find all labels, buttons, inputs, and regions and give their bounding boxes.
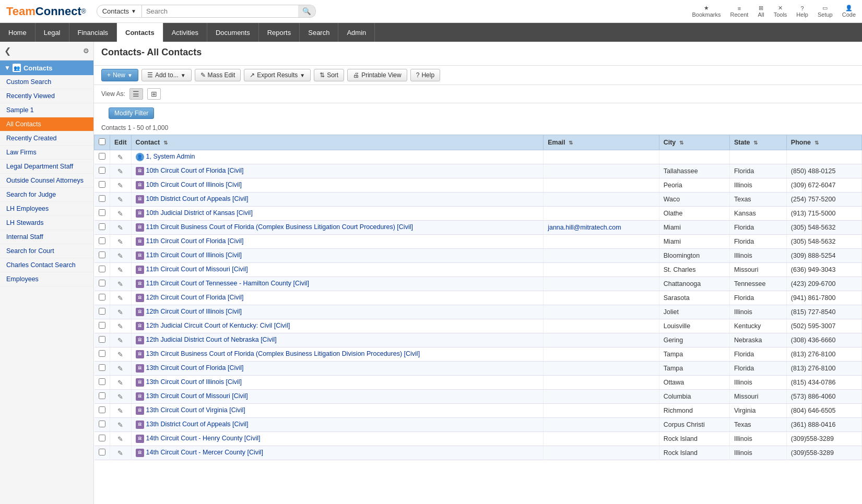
- contact-name-link[interactable]: 12th Circuit Court of Illinois [Civil]: [146, 308, 242, 315]
- contact-name-link[interactable]: 13th Circuit Court of Virginia [Civil]: [146, 406, 245, 414]
- edit-pencil-icon[interactable]: ✎: [117, 196, 123, 203]
- row-checkbox[interactable]: [99, 392, 105, 399]
- edit-pencil-icon[interactable]: ✎: [117, 379, 123, 387]
- row-checkbox[interactable]: [99, 308, 105, 315]
- contact-name-link[interactable]: 14th Circuit Court - Mercer County [Civi…: [146, 449, 263, 456]
- contact-name-link[interactable]: 13th Circuit Court of Missouri [Civil]: [146, 392, 248, 400]
- edit-pencil-icon[interactable]: ✎: [117, 210, 123, 218]
- nav-financials[interactable]: Financials: [69, 23, 117, 42]
- sidebar-item-legal-dept-staff[interactable]: Legal Department Staff: [0, 160, 93, 174]
- row-checkbox[interactable]: [99, 251, 105, 258]
- row-checkbox[interactable]: [99, 266, 105, 272]
- sidebar-item-law-firms[interactable]: Law Firms: [0, 146, 93, 160]
- edit-pencil-icon[interactable]: ✎: [117, 294, 123, 302]
- row-checkbox[interactable]: [99, 435, 105, 441]
- row-checkbox[interactable]: [99, 336, 105, 343]
- row-checkbox[interactable]: [99, 167, 105, 174]
- nav-search[interactable]: Search: [300, 23, 338, 42]
- contact-column-header[interactable]: Contact ⇅: [131, 135, 544, 150]
- recent-icon-item[interactable]: ≡ Recent: [730, 5, 749, 18]
- edit-pencil-icon[interactable]: ✎: [117, 351, 123, 358]
- contact-name-link[interactable]: 14th Circuit Court - Henry County [Civil…: [146, 435, 261, 442]
- nav-home[interactable]: Home: [0, 23, 36, 42]
- sidebar-collapse-button[interactable]: ❮: [4, 46, 11, 56]
- sort-button[interactable]: ⇅ Sort: [314, 69, 344, 81]
- contact-name-link[interactable]: 13th Circuit Court of Florida [Civil]: [146, 364, 244, 371]
- sidebar-item-all-contacts[interactable]: All Contacts: [0, 117, 93, 131]
- nav-reports[interactable]: Reports: [259, 23, 300, 42]
- row-checkbox[interactable]: [99, 378, 105, 385]
- row-checkbox[interactable]: [99, 322, 105, 329]
- sidebar-item-search-for-judge[interactable]: Search for Judge: [0, 188, 93, 202]
- edit-pencil-icon[interactable]: ✎: [117, 280, 123, 288]
- contact-name-link[interactable]: 11th Circuit Court of Tennessee - Hamilt…: [146, 280, 309, 287]
- row-checkbox[interactable]: [99, 294, 105, 301]
- row-checkbox[interactable]: [99, 153, 105, 160]
- tools-icon-item[interactable]: ✕ Tools: [774, 5, 787, 18]
- contact-name-link[interactable]: 11th Circuit Business Court of Florida (…: [146, 223, 413, 231]
- row-checkbox[interactable]: [99, 195, 105, 202]
- sidebar-item-employees[interactable]: Employees: [0, 272, 93, 286]
- printable-view-button[interactable]: 🖨 Printable View: [347, 69, 407, 81]
- mass-edit-button[interactable]: ✎ Mass Edit: [195, 69, 241, 81]
- sidebar-gear-button[interactable]: ⚙: [83, 47, 89, 55]
- edit-pencil-icon[interactable]: ✎: [117, 167, 123, 175]
- export-results-button[interactable]: ↗ Export Results ▼: [244, 69, 311, 81]
- row-checkbox[interactable]: [99, 421, 105, 427]
- row-checkbox[interactable]: [99, 223, 105, 230]
- new-button[interactable]: + New ▼: [101, 69, 138, 81]
- nav-activities[interactable]: Activities: [163, 23, 207, 42]
- user-icon-item[interactable]: 👤 Code: [842, 5, 856, 18]
- edit-pencil-icon[interactable]: ✎: [117, 182, 123, 189]
- contact-name-link[interactable]: 10th District Court of Appeals [Civil]: [146, 195, 249, 202]
- edit-pencil-icon[interactable]: ✎: [117, 153, 123, 161]
- help-icon-item[interactable]: ? Help: [796, 5, 808, 18]
- sidebar-item-charles-contact[interactable]: Charles Contact Search: [0, 258, 93, 272]
- edit-pencil-icon[interactable]: ✎: [117, 252, 123, 260]
- phone-column-header[interactable]: Phone ⇅: [786, 135, 861, 150]
- contact-name-link[interactable]: 13th District Court of Appeals [Civil]: [146, 421, 249, 428]
- edit-pencil-icon[interactable]: ✎: [117, 435, 123, 443]
- nav-admin[interactable]: Admin: [338, 23, 375, 42]
- search-context-dropdown[interactable]: Contacts ▼: [97, 5, 142, 18]
- sidebar-item-lh-employees[interactable]: LH Employees: [0, 202, 93, 216]
- edit-pencil-icon[interactable]: ✎: [117, 449, 123, 457]
- edit-pencil-icon[interactable]: ✎: [117, 308, 123, 316]
- contact-name-link[interactable]: 11th Circuit Court of Missouri [Civil]: [146, 266, 248, 273]
- row-checkbox[interactable]: [99, 280, 105, 286]
- sidebar-item-internal-staff[interactable]: Internal Staff: [0, 230, 93, 244]
- contact-name-link[interactable]: 11th Circuit Court of Illinois [Civil]: [146, 251, 242, 259]
- contact-name-link[interactable]: 10th Circuit Court of Florida [Civil]: [146, 167, 244, 174]
- edit-pencil-icon[interactable]: ✎: [117, 421, 123, 429]
- contact-name-link[interactable]: 13th Circuit Court of Illinois [Civil]: [146, 378, 242, 386]
- edit-pencil-icon[interactable]: ✎: [117, 393, 123, 401]
- global-search-input[interactable]: [142, 5, 298, 17]
- edit-pencil-icon[interactable]: ✎: [117, 266, 123, 274]
- city-column-header[interactable]: City ⇅: [659, 135, 729, 150]
- contact-name-link[interactable]: 13th Circuit Business Court of Florida (…: [146, 350, 420, 357]
- edit-pencil-icon[interactable]: ✎: [117, 407, 123, 415]
- row-checkbox[interactable]: [99, 449, 105, 455]
- setup-icon-item[interactable]: ▭ Setup: [818, 5, 833, 18]
- row-checkbox[interactable]: [99, 350, 105, 357]
- contact-name-link[interactable]: 11th Circuit Court of Florida [Civil]: [146, 237, 244, 245]
- all-icon-item[interactable]: ⊞ All: [758, 5, 764, 18]
- list-view-button[interactable]: ☰: [129, 88, 143, 100]
- sidebar-item-custom-search[interactable]: Custom Search: [0, 75, 93, 89]
- bookmarks-icon-item[interactable]: ★ Bookmarks: [692, 5, 721, 18]
- edit-pencil-icon[interactable]: ✎: [117, 238, 123, 246]
- edit-pencil-icon[interactable]: ✎: [117, 365, 123, 373]
- help-button[interactable]: ? Help: [410, 69, 440, 81]
- nav-documents[interactable]: Documents: [207, 23, 259, 42]
- nav-legal[interactable]: Legal: [36, 23, 69, 42]
- contact-name-link[interactable]: 1, System Admin: [146, 153, 195, 160]
- row-checkbox[interactable]: [99, 406, 105, 413]
- sidebar-item-recently-created[interactable]: Recently Created: [0, 131, 93, 146]
- contact-name-link[interactable]: 12th Circuit Court of Florida [Civil]: [146, 294, 244, 301]
- email-column-header[interactable]: Email ⇅: [544, 135, 659, 150]
- add-to-button[interactable]: ☰ Add to... ▼: [141, 69, 192, 81]
- grid-view-button[interactable]: ⊞: [147, 88, 161, 100]
- sidebar-item-search-for-court[interactable]: Search for Court: [0, 244, 93, 258]
- row-checkbox[interactable]: [99, 209, 105, 216]
- nav-contacts[interactable]: Contacts: [117, 23, 163, 42]
